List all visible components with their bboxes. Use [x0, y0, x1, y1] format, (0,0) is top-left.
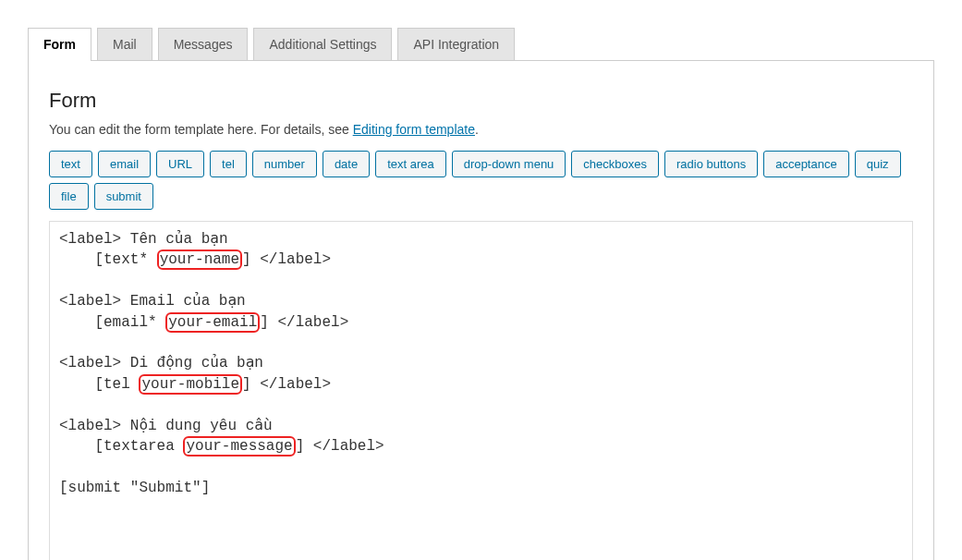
tag-url-button[interactable]: URL — [156, 151, 204, 177]
highlight-your-name: your-name — [157, 250, 242, 270]
editing-template-link[interactable]: Editing form template — [353, 122, 475, 137]
highlight-your-message: your-message — [183, 436, 295, 457]
code-line: [email* — [59, 314, 165, 331]
subline-text: You can edit the form template here. For… — [49, 122, 353, 137]
tag-quiz-button[interactable]: quiz — [855, 151, 901, 177]
code-line: <label> Tên của bạn — [59, 231, 228, 248]
tag-dropdown-button[interactable]: drop-down menu — [452, 151, 566, 177]
code-line: [submit "Submit"] — [59, 480, 210, 496]
tag-file-button[interactable]: file — [49, 183, 89, 210]
tag-email-button[interactable]: email — [98, 151, 151, 177]
form-panel: Form You can edit the form template here… — [28, 60, 934, 560]
code-line: [tel — [59, 376, 139, 393]
form-template-editor[interactable]: <label> Tên của bạn [text* your-name] </… — [49, 221, 913, 560]
code-line: [textarea — [59, 438, 183, 455]
code-line: <label> Email của bạn — [59, 293, 246, 310]
tab-messages[interactable]: Messages — [158, 28, 249, 60]
tag-radiobuttons-button[interactable]: radio buttons — [664, 151, 758, 177]
tag-tel-button[interactable]: tel — [210, 151, 247, 177]
tag-acceptance-button[interactable]: acceptance — [763, 151, 849, 177]
tag-checkboxes-button[interactable]: checkboxes — [571, 151, 659, 177]
tab-additional-settings[interactable]: Additional Settings — [253, 28, 392, 60]
tab-mail[interactable]: Mail — [97, 28, 152, 60]
code-line: ] </label> — [242, 376, 331, 393]
tab-api-integration[interactable]: API Integration — [397, 28, 515, 60]
code-line: ] </label> — [260, 314, 348, 331]
tag-date-button[interactable]: date — [323, 151, 370, 177]
code-line: ] </label> — [296, 438, 384, 455]
tag-textarea-button[interactable]: text area — [375, 151, 446, 177]
highlight-your-mobile: your-mobile — [139, 374, 242, 395]
code-line: ] </label> — [242, 251, 331, 268]
tag-text-button[interactable]: text — [49, 151, 92, 177]
tag-submit-button[interactable]: submit — [94, 183, 153, 210]
code-line: [text* — [59, 251, 157, 268]
code-line: <label> Nội dung yêu cầu — [59, 418, 273, 434]
panel-title: Form — [49, 89, 913, 113]
code-line: <label> Di động của bạn — [59, 355, 263, 371]
highlight-your-email: your-email — [165, 312, 260, 333]
tab-form[interactable]: Form — [28, 28, 91, 61]
subline-suffix: . — [475, 122, 479, 137]
tag-button-row: text email URL tel number date text area… — [49, 151, 913, 210]
panel-subline: You can edit the form template here. For… — [49, 122, 913, 137]
tab-bar: Form Mail Messages Additional Settings A… — [28, 28, 934, 60]
tag-number-button[interactable]: number — [252, 151, 317, 177]
